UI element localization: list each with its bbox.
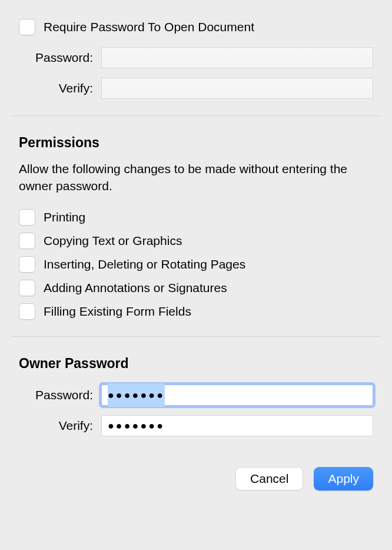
permissions-description: Allow the following changes to be made w…	[19, 160, 373, 195]
permission-printing-row: Printing	[19, 209, 373, 226]
owner-password-input-wrap: ●●●●●●●	[101, 385, 373, 406]
permission-copying-checkbox[interactable]	[19, 233, 35, 249]
require-password-checkbox[interactable]	[19, 19, 35, 35]
permission-annotations-checkbox[interactable]	[19, 280, 35, 296]
open-password-row: Password:	[19, 47, 373, 68]
open-document-section: Require Password To Open Document Passwo…	[0, 0, 392, 115]
cancel-button[interactable]: Cancel	[235, 467, 303, 491]
permission-formfields-row: Filling Existing Form Fields	[19, 303, 373, 320]
permission-inserting-label: Inserting, Deleting or Rotating Pages	[44, 257, 245, 271]
owner-password-row: Password: ●●●●●●●	[19, 385, 373, 406]
require-password-row: Require Password To Open Document	[19, 19, 373, 35]
open-verify-row: Verify:	[19, 78, 373, 99]
button-row: Cancel Apply	[0, 453, 392, 509]
open-password-input[interactable]	[101, 47, 373, 68]
owner-password-input[interactable]: ●●●●●●●	[101, 385, 373, 406]
permission-inserting-checkbox[interactable]	[19, 256, 35, 273]
owner-password-label: Password:	[19, 388, 101, 402]
owner-password-heading: Owner Password	[19, 356, 373, 372]
permission-formfields-checkbox[interactable]	[19, 303, 35, 320]
owner-verify-label: Verify:	[19, 419, 101, 433]
owner-verify-row: Verify: ●●●●●●●	[19, 415, 373, 436]
permissions-heading: Permissions	[19, 135, 373, 151]
permission-inserting-row: Inserting, Deleting or Rotating Pages	[19, 256, 373, 273]
permission-annotations-row: Adding Annotations or Signatures	[19, 280, 373, 296]
owner-verify-value: ●●●●●●●	[102, 415, 165, 436]
permission-copying-row: Copying Text or Graphics	[19, 233, 373, 249]
owner-password-value: ●●●●●●●	[102, 383, 165, 407]
require-password-label: Require Password To Open Document	[44, 20, 254, 34]
open-verify-input[interactable]	[101, 78, 373, 99]
owner-verify-input-wrap: ●●●●●●●	[101, 415, 373, 436]
owner-password-section: Owner Password Password: ●●●●●●● Verify:…	[0, 337, 392, 453]
owner-verify-input[interactable]: ●●●●●●●	[101, 415, 373, 436]
permissions-section: Permissions Allow the following changes …	[0, 116, 392, 336]
open-verify-label: Verify:	[19, 81, 101, 95]
permission-printing-label: Printing	[44, 210, 85, 224]
open-password-label: Password:	[19, 51, 101, 65]
permission-annotations-label: Adding Annotations or Signatures	[44, 281, 227, 295]
permission-formfields-label: Filling Existing Form Fields	[44, 304, 191, 319]
permission-copying-label: Copying Text or Graphics	[44, 234, 182, 248]
apply-button[interactable]: Apply	[314, 467, 373, 491]
permission-printing-checkbox[interactable]	[19, 209, 35, 226]
